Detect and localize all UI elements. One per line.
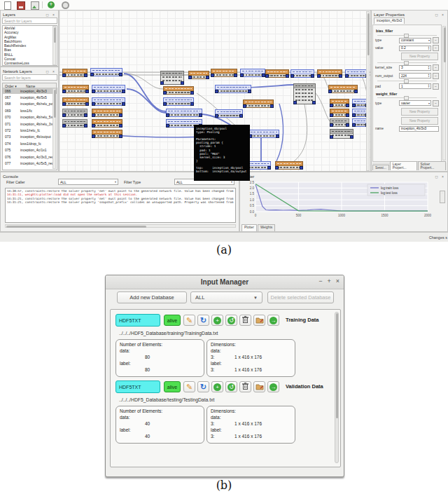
canvas-v-scrollbar[interactable] <box>366 11 370 171</box>
network-node[interactable] <box>345 69 369 78</box>
network-node[interactable] <box>92 85 125 93</box>
properties-scrollbar[interactable] <box>442 26 446 160</box>
edit-path-button[interactable] <box>253 381 265 392</box>
network-node[interactable] <box>92 109 122 117</box>
network-node[interactable] <box>92 97 125 106</box>
network-layer-row[interactable]: 069loss1/fc <box>3 107 57 114</box>
network-node[interactable] <box>188 71 209 79</box>
remove-property-button[interactable]: − <box>433 37 439 43</box>
network-layer-row[interactable]: 066inception_4b/3x3 <box>3 88 57 94</box>
network-node[interactable] <box>160 71 184 85</box>
screenshot-icon[interactable] <box>31 1 39 10</box>
network-layer-row[interactable]: 074loss1/drop_fc <box>3 140 57 146</box>
dock-tab-layerpropert[interactable]: Layer Propert... <box>390 161 417 170</box>
network-node[interactable] <box>265 69 289 78</box>
network-node[interactable] <box>215 109 243 118</box>
network-node[interactable] <box>240 69 265 77</box>
network-node[interactable] <box>92 130 122 138</box>
network-node[interactable] <box>275 161 303 170</box>
remove-property-button[interactable]: − <box>433 83 439 90</box>
network-node[interactable] <box>163 86 194 95</box>
network-layer-row[interactable]: 070inception_4b/relu_5x5 <box>3 114 57 121</box>
remove-property-button[interactable]: − <box>433 73 439 79</box>
plotter-tab-plotter[interactable]: Plotter <box>241 224 257 231</box>
network-node[interactable] <box>330 99 349 107</box>
network-node[interactable] <box>166 109 202 117</box>
filter-caller-combobox[interactable]: ALL▾ <box>58 179 118 185</box>
network-layer-row[interactable]: 075inception_4c/1x1 <box>3 147 57 153</box>
network-node[interactable] <box>293 83 316 104</box>
network-node[interactable] <box>317 69 342 78</box>
network-node[interactable] <box>290 69 314 78</box>
bias-value-spinbox[interactable]: 0.2▲▼ <box>399 46 431 51</box>
pad-spinbox[interactable]: 1▲▼ <box>399 83 431 89</box>
edit-button[interactable]: ✎ <box>183 315 195 326</box>
network-layer-row[interactable]: 073inception_4b/output <box>3 134 57 140</box>
network-layers-table[interactable]: 066inception_4b/3x3067inception_4b/5x506… <box>2 88 57 170</box>
network-node[interactable] <box>243 100 274 108</box>
delete-button[interactable] <box>239 315 251 326</box>
network-node[interactable] <box>328 85 358 93</box>
network-layers-search-input[interactable]: Search for layers <box>2 74 57 81</box>
refresh-button[interactable]: ↻ <box>197 315 209 326</box>
bias-type-combobox[interactable]: constant▾ <box>399 38 431 43</box>
layers-panel-window-icons[interactable]: ◻ × <box>46 13 56 17</box>
assign-button[interactable]: → <box>267 381 279 392</box>
network-layer-row[interactable]: 068inception_4b/relu_pool <box>3 101 57 107</box>
weight-type-combobox[interactable]: xavier▾ <box>399 100 431 106</box>
network-layers-scrollbar[interactable] <box>52 88 56 169</box>
database-filter-combobox[interactable]: ALL▼ <box>190 291 262 303</box>
network-node[interactable] <box>92 119 122 128</box>
network-node[interactable] <box>330 109 349 117</box>
plot-side-handle[interactable]: · <box>440 191 445 203</box>
reload-button[interactable]: ↺ <box>225 315 237 326</box>
plotter-window-icons[interactable]: ◻ × <box>435 174 445 179</box>
layer-name-field[interactable]: inception_4b/3x3 <box>399 126 439 132</box>
load-button[interactable]: + <box>211 315 223 326</box>
dock-tab-sessi[interactable]: Sessi... <box>372 165 389 170</box>
remove-property-button[interactable]: − <box>433 45 439 51</box>
network-node[interactable] <box>90 68 122 76</box>
layers-list-scrollbar[interactable] <box>52 26 56 65</box>
new-property-button[interactable]: New Property <box>401 108 438 116</box>
edit-button[interactable]: ✎ <box>183 381 195 392</box>
new-property-button[interactable]: New Property <box>401 53 438 60</box>
network-node[interactable] <box>211 69 237 77</box>
network-node[interactable] <box>215 85 251 93</box>
refresh-button[interactable]: ↻ <box>197 381 209 392</box>
remove-property-button[interactable]: − <box>433 64 439 71</box>
maximize-icon[interactable]: + <box>327 277 330 284</box>
network-node[interactable] <box>62 69 88 77</box>
edit-path-button[interactable] <box>253 315 265 326</box>
network-node[interactable] <box>248 130 279 138</box>
remove-property-button[interactable]: − <box>433 100 439 107</box>
network-layers-panel-window-icons[interactable]: ◻ × <box>46 69 56 74</box>
dock-tab-solverpropert[interactable]: Solver Propert... <box>418 161 446 170</box>
network-node[interactable] <box>163 97 194 106</box>
network-layer-row[interactable]: 072loss1/relu_fc <box>3 127 57 133</box>
network-node[interactable] <box>62 97 89 106</box>
console-h-scrollbar[interactable] <box>5 224 236 228</box>
plotter-tab-weights[interactable]: Weights <box>258 224 275 231</box>
close-icon[interactable]: × <box>336 277 340 284</box>
delete-database-button[interactable]: Delete selected Database <box>267 291 334 303</box>
layer-types-list[interactable]: AbsValAccuracyArgMaxBatchNormBatchReinde… <box>2 25 57 66</box>
num-output-spinbox[interactable]: 224▲▼ <box>399 73 431 78</box>
dialog-title-bar[interactable]: Input Manager − + × <box>106 275 344 289</box>
db-type-field[interactable]: HDF5TXT <box>115 314 160 327</box>
minimize-icon[interactable]: − <box>318 277 322 284</box>
db-type-field[interactable]: HDF5TXT <box>115 380 160 393</box>
network-layer-row[interactable]: 076inception_4c/3x3_redu <box>3 153 57 160</box>
add-database-button[interactable]: Add new Database <box>117 291 187 303</box>
kernel-size-spinbox[interactable]: 3▲▼ <box>399 65 431 71</box>
network-layer-row[interactable]: 067inception_4b/5x5 <box>3 94 57 100</box>
network-node[interactable] <box>330 118 349 127</box>
network-node[interactable] <box>62 109 88 117</box>
new-property-button[interactable]: New Property <box>401 117 438 125</box>
start-session-icon[interactable]: + <box>48 1 55 8</box>
delete-button[interactable] <box>239 381 251 392</box>
network-layer-row[interactable]: 077inception_4c/5x5_redu <box>3 160 57 166</box>
console-log[interactable]: 14:30:57, constraints:restore The solver… <box>5 188 236 223</box>
save-icon[interactable] <box>17 1 25 10</box>
dialog-scrollbar[interactable] <box>335 312 339 463</box>
